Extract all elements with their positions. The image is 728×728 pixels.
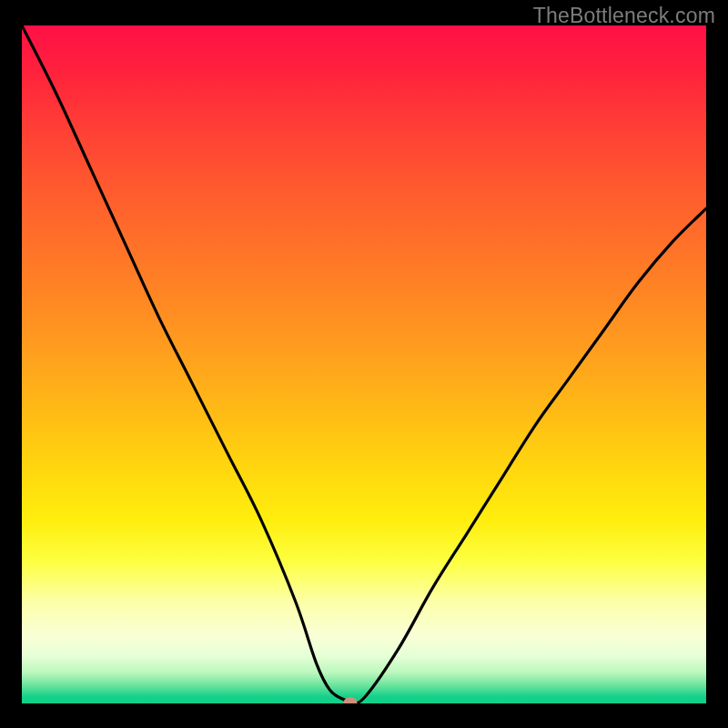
watermark-text: TheBottleneck.com bbox=[533, 4, 715, 28]
chart-frame: TheBottleneck.com bbox=[0, 0, 728, 728]
plot-area bbox=[22, 25, 706, 703]
bottleneck-curve bbox=[22, 25, 706, 703]
curve-path bbox=[22, 25, 706, 703]
optimal-point-marker bbox=[343, 697, 357, 704]
